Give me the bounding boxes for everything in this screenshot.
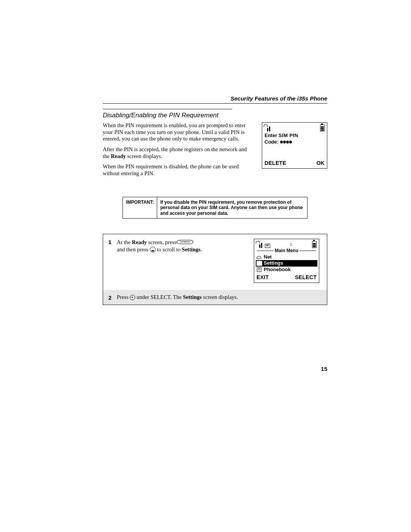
section-rule — [103, 109, 232, 109]
battery-icon — [320, 125, 325, 131]
step-1-text: At the Ready screen, press ▯menu and the… — [117, 239, 244, 253]
main-menu-title: Main Menu — [256, 248, 317, 254]
important-label: IMPORTANT: — [123, 197, 157, 218]
manual-page: Security Features of the i35s Phone Disa… — [0, 0, 411, 532]
phone-screen-body: Enter SIM PIN Code: ✱✱✱✱ — [262, 131, 327, 146]
intro-paragraph-2: After the PIN is accepted, the phone reg… — [103, 146, 252, 160]
step-number-1: 1 — [103, 234, 117, 245]
softkey-exit: EXIT — [256, 274, 269, 281]
intro-block: When the PIN requirement is enabled, you… — [103, 122, 327, 181]
enter-sim-pin-label: Enter SIM PIN — [264, 133, 325, 139]
softkey-ok: OK — [316, 160, 325, 166]
running-title: Security Features of the i35s Phone — [103, 95, 327, 102]
phone-status-bar-2: iP 1 — [254, 240, 319, 248]
softkey-select: SELECT — [295, 274, 317, 281]
important-text: If you disable the PIN requirement, you … — [157, 197, 307, 218]
menu-item-settings: Settings — [256, 260, 317, 267]
page-number: 15 — [321, 366, 327, 372]
step-2-text: Press under SELECT. The Settings screen … — [117, 294, 323, 301]
phone-screen-pin: Enter SIM PIN Code: ✱✱✱✱ DELETE OK — [262, 122, 327, 169]
important-callout: IMPORTANT: If you disable the PIN requir… — [123, 197, 307, 219]
pin-code-line: Code: ✱✱✱✱ — [264, 139, 325, 145]
phonebook-icon — [256, 267, 262, 272]
phone-menu-body: Main Menu Net Settings Phonebook — [254, 248, 319, 273]
menu-item-net: Net — [256, 254, 317, 260]
round-key-icon — [130, 295, 135, 300]
battery-icon — [312, 241, 317, 248]
net-icon — [256, 255, 262, 260]
phone-status-bar — [262, 124, 327, 131]
settings-icon — [256, 261, 262, 266]
menu-item-phonebook: Phonebook — [256, 267, 317, 273]
ip-icon: iP — [265, 244, 270, 248]
nav-key-icon — [150, 247, 156, 252]
phone-softkeys-2: EXIT SELECT — [254, 273, 319, 283]
page-header: Security Features of the i35s Phone — [103, 95, 327, 104]
phone-screen-main-menu: iP 1 Main Menu Net — [254, 239, 319, 283]
softkey-delete: DELETE — [264, 160, 286, 166]
phone-softkeys: DELETE OK — [262, 160, 327, 168]
section-heading: Disabling/Enabling the PIN Requirement — [103, 112, 327, 119]
signal-icon — [264, 126, 271, 131]
step-1-row: 1 At the Ready screen, press ▯menu and t… — [103, 234, 327, 290]
signal-icon — [256, 242, 263, 248]
steps-table: 1 At the Ready screen, press ▯menu and t… — [103, 234, 327, 305]
step-2-row: 2 Press under SELECT. The Settings scree… — [103, 290, 327, 305]
intro-paragraph-3: When the PIN requirement is disabled, th… — [103, 163, 252, 177]
intro-text: When the PIN requirement is enabled, you… — [103, 122, 252, 181]
step-number-2: 2 — [103, 290, 117, 301]
menu-key-icon: ▯menu — [177, 240, 193, 244]
status-page-num: 1 — [290, 243, 292, 247]
intro-paragraph-1: When the PIN requirement is enabled, you… — [103, 122, 252, 142]
